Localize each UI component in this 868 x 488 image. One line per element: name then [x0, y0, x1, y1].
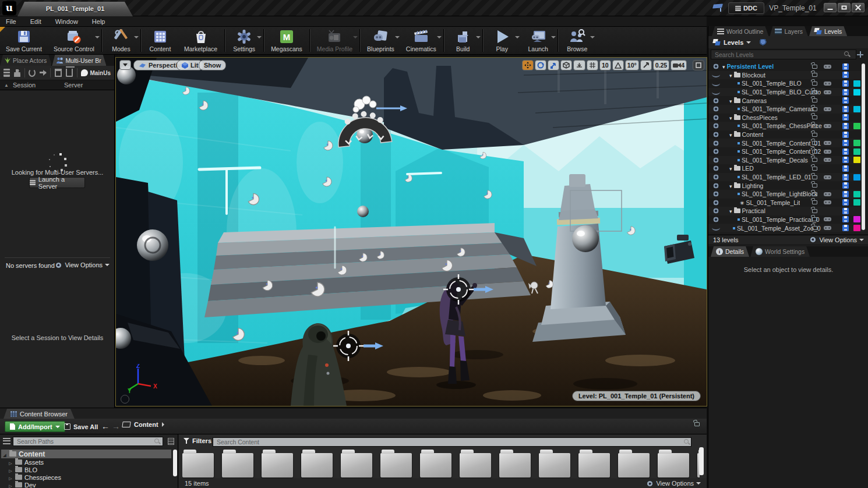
servers-icon[interactable] — [3, 69, 10, 77]
media-profile-button[interactable]: Media Profile — [311, 27, 358, 54]
document-tab[interactable]: PL_001_Temple_01 — [17, 2, 133, 16]
levels-view-options[interactable]: View Options — [809, 236, 864, 243]
level-name[interactable]: SL_001_Temple_ChessPiece — [742, 122, 822, 129]
tree-expand-arrow[interactable] — [2, 450, 7, 458]
visibility-eye-icon[interactable] — [712, 106, 720, 112]
play-button[interactable]: Play — [484, 27, 520, 54]
save-level-icon[interactable] — [842, 191, 849, 197]
asset-scrollbar[interactable] — [699, 447, 704, 475]
add-level-icon[interactable] — [857, 51, 863, 58]
dropdown-caret-icon[interactable] — [353, 36, 358, 38]
lock-icon[interactable] — [812, 200, 817, 204]
level-name[interactable]: SL_001_Temple_LightBlock — [742, 190, 817, 197]
level-row[interactable]: SL_001_Temple_BLO — [708, 79, 865, 88]
save-level-icon[interactable] — [842, 132, 849, 138]
angle-snap-toggle[interactable] — [612, 60, 624, 70]
level-row[interactable]: Practical — [708, 207, 865, 215]
visibility-eye-icon[interactable] — [712, 208, 720, 214]
lock-icon[interactable] — [812, 192, 817, 196]
lock-icon[interactable] — [812, 98, 817, 102]
level-name[interactable]: SL_001_Temple_LED_01 — [742, 174, 811, 181]
dropdown-caret-icon[interactable] — [257, 36, 262, 38]
level-color-swatch[interactable] — [853, 191, 860, 197]
angle-snap-value[interactable]: 10° — [625, 60, 639, 70]
lock-icon[interactable] — [812, 150, 817, 154]
save-level-icon[interactable] — [842, 89, 849, 96]
dropdown-caret-icon[interactable] — [395, 36, 400, 38]
level-name[interactable]: SL_001_Temple_Decals — [742, 157, 808, 164]
level-color-swatch[interactable] — [853, 80, 860, 87]
visibility-eye-icon[interactable] — [712, 165, 720, 171]
tutorial-cap-icon[interactable] — [713, 4, 722, 11]
content-folder[interactable] — [420, 453, 451, 478]
level-color-swatch[interactable] — [853, 157, 860, 163]
blueprints-button[interactable]: Blueprints — [361, 27, 400, 54]
save-level-icon[interactable] — [842, 72, 849, 78]
tree-expand-arrow[interactable] — [8, 459, 13, 466]
session-view-options[interactable]: View Options — [55, 261, 110, 268]
level-color-swatch[interactable] — [853, 174, 860, 181]
viewport-options-dropdown[interactable] — [119, 60, 131, 70]
dropdown-caret-icon[interactable] — [551, 36, 556, 38]
tab-world-outliner[interactable]: World Outline — [712, 26, 768, 36]
viewport-help-icon[interactable] — [121, 395, 129, 404]
menu-item[interactable]: Help — [92, 18, 105, 25]
gamepad-icon[interactable] — [824, 217, 831, 221]
rotate-tool-button[interactable] — [535, 60, 546, 70]
level-color-swatch[interactable] — [853, 216, 860, 222]
tree-expand-arrow[interactable] — [8, 466, 13, 473]
level-row[interactable]: SL_001_Temple_Decals — [708, 156, 865, 165]
visibility-eye-icon[interactable] — [712, 115, 720, 121]
level-row[interactable]: ChessPieces — [708, 114, 865, 122]
level-row[interactable]: SL_001_Temple_ChessPiece — [708, 122, 865, 130]
scale-snap-value[interactable]: 0.25 — [653, 60, 669, 70]
tree-folder-name[interactable]: BLO — [24, 466, 37, 473]
settings-button[interactable]: Settings — [226, 27, 262, 54]
ddc-button[interactable]: DDC — [728, 2, 764, 14]
gamepad-icon[interactable] — [824, 82, 831, 86]
content-folder[interactable] — [182, 453, 214, 478]
save-level-icon[interactable] — [842, 148, 849, 155]
level-row[interactable]: SL_001_Temple_LightBlock — [708, 190, 865, 199]
lock-icon[interactable] — [812, 73, 817, 77]
expand-arrow-icon[interactable] — [729, 72, 732, 79]
lock-icon[interactable] — [812, 65, 817, 69]
tree-expand-arrow[interactable] — [8, 474, 13, 481]
viewport-scene[interactable] — [116, 58, 707, 406]
save-level-icon[interactable] — [842, 123, 849, 129]
level-name[interactable]: Content — [742, 131, 764, 138]
menu-item[interactable]: Edit — [30, 18, 41, 25]
save-level-icon[interactable] — [842, 182, 849, 189]
menu-item[interactable]: File — [6, 18, 16, 25]
search-paths-input[interactable] — [13, 437, 163, 446]
tree-folder-name[interactable]: Dev — [24, 482, 36, 488]
gamepad-icon[interactable] — [824, 124, 831, 128]
level-color-swatch[interactable] — [853, 140, 860, 146]
add-import-button[interactable]: Add/Import — [5, 421, 65, 432]
dropdown-caret-icon[interactable] — [476, 36, 481, 38]
main-user-toggle[interactable]: MainUs — [81, 69, 111, 76]
tab-content-browser[interactable]: Content Browser — [3, 409, 75, 419]
lock-icon[interactable] — [812, 183, 817, 188]
gamepad-icon[interactable] — [824, 65, 831, 69]
tab-layers[interactable]: Layers — [770, 26, 808, 36]
scale-tool-button[interactable] — [548, 60, 559, 70]
content-folder[interactable] — [578, 453, 610, 478]
content-folder[interactable] — [499, 453, 531, 478]
tab-place-actors[interactable]: Place Actors — [0, 55, 52, 66]
lock-icon[interactable] — [812, 158, 817, 162]
level-row[interactable]: SL_001_Temple_Content_01 — [708, 139, 865, 147]
visibility-eye-icon[interactable] — [712, 75, 720, 77]
level-row[interactable]: SL_001_Temple_LED_01 — [708, 173, 865, 182]
save-level-icon[interactable] — [842, 208, 849, 214]
level-name[interactable]: SL_001_Temple_Practical_0 — [742, 216, 820, 223]
level-name[interactable]: SL_001_Temple_BLO — [742, 80, 802, 87]
level-name[interactable]: Lighting — [742, 182, 764, 189]
content-folder[interactable] — [301, 453, 333, 478]
level-name[interactable]: SL_001_Temple_Content_01 — [742, 140, 821, 147]
level-color-swatch[interactable] — [853, 106, 860, 112]
add-user-icon[interactable] — [14, 69, 20, 77]
expand-arrow-icon[interactable] — [729, 182, 732, 189]
expand-arrow-icon[interactable] — [729, 165, 732, 172]
level-name[interactable]: LED — [742, 165, 754, 172]
